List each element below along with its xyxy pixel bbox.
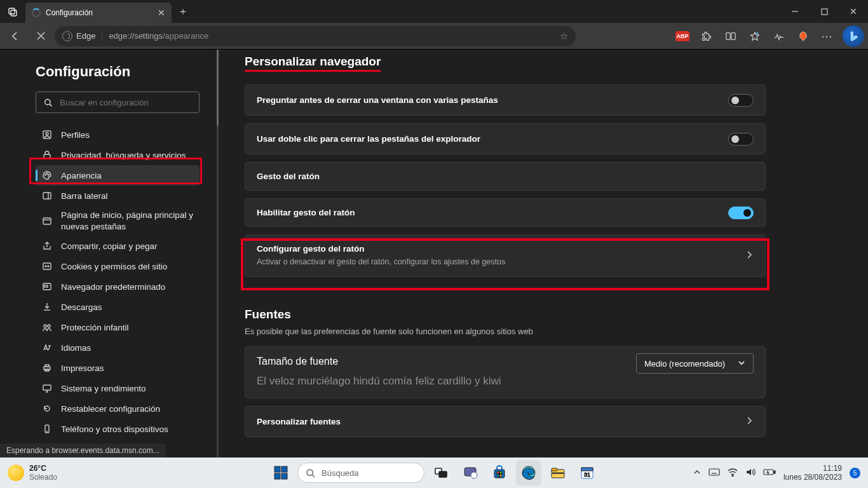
setting-label: Habilitar gesto del ratón xyxy=(257,208,754,217)
browser-tab[interactable]: Configuración ✕ xyxy=(25,3,172,23)
sidebar-item-family[interactable]: Protección infantil xyxy=(36,317,200,337)
svg-rect-18 xyxy=(43,218,51,224)
svg-rect-50 xyxy=(552,468,557,471)
bing-chat-button[interactable] xyxy=(843,25,864,47)
taskbar-edge[interactable] xyxy=(516,460,541,485)
start-button[interactable] xyxy=(268,460,294,485)
new-tab-button[interactable]: ＋ xyxy=(172,0,194,23)
taskbar-store[interactable] xyxy=(487,460,512,485)
tray-wifi-icon[interactable] xyxy=(728,468,738,478)
window-close-button[interactable]: ✕ xyxy=(839,0,868,23)
svg-rect-7 xyxy=(731,32,735,39)
favorite-star-button[interactable]: ☆ xyxy=(560,30,568,42)
svg-rect-6 xyxy=(726,32,730,39)
tray-notifications-badge[interactable]: 5 xyxy=(850,468,860,478)
nav-label: Privacidad, búsqueda y servicios xyxy=(61,151,186,160)
dropdown-value: Medio (recomendado) xyxy=(644,359,725,369)
home-icon xyxy=(42,216,52,226)
svg-point-25 xyxy=(44,325,46,327)
sidebar-item-system[interactable]: Sistema y rendimiento xyxy=(36,378,200,398)
nav-label: Protección infantil xyxy=(61,323,129,332)
status-text: Esperando a browser.events.data.msn.com.… xyxy=(6,446,159,455)
nav-label: Idiomas xyxy=(61,343,91,353)
tray-overflow-button[interactable] xyxy=(693,468,701,478)
tray-volume-icon[interactable] xyxy=(745,468,756,478)
nav-label: Sistema y rendimiento xyxy=(61,384,146,393)
svg-rect-40 xyxy=(439,471,447,477)
sidebar-item-profiles[interactable]: Perfiles xyxy=(36,125,200,145)
nav-label: Barra lateral xyxy=(61,191,108,201)
sidebar-item-startpage[interactable]: Página de inicio, página principal y nue… xyxy=(36,206,200,236)
svg-rect-47 xyxy=(500,475,503,477)
mouse-gesture-header: Gesto del ratón xyxy=(245,162,766,191)
settings-search[interactable] xyxy=(36,92,200,113)
task-view-button[interactable] xyxy=(428,460,454,485)
sidebar-item-appearance[interactable]: Apariencia xyxy=(36,165,200,186)
taskbar-calendar[interactable]: 31 xyxy=(574,460,600,485)
svg-rect-44 xyxy=(497,471,499,474)
settings-search-input[interactable] xyxy=(60,98,191,107)
svg-point-11 xyxy=(46,133,48,135)
svg-point-21 xyxy=(45,266,46,267)
brave-extension-button[interactable] xyxy=(792,26,815,46)
setting-customize-fonts[interactable]: Personalizar fuentes xyxy=(245,406,766,437)
tab-actions-button[interactable] xyxy=(0,0,25,23)
sidebar-item-reset[interactable]: Restablecer configuración xyxy=(36,398,200,419)
sidebar-item-privacy[interactable]: Privacidad, búsqueda y servicios xyxy=(36,145,200,165)
svg-text:31: 31 xyxy=(584,471,590,478)
family-icon xyxy=(42,322,52,332)
window-maximize-button[interactable] xyxy=(810,0,839,23)
performance-button[interactable] xyxy=(768,26,790,46)
taskbar-search-placeholder: Búsqueda xyxy=(322,468,359,478)
tab-close-button[interactable]: ✕ xyxy=(158,8,165,18)
weather-desc: Soleado xyxy=(29,473,57,482)
svg-point-42 xyxy=(471,472,477,478)
back-button[interactable] xyxy=(4,26,27,46)
sidebar-item-default-browser[interactable]: Navegador predeterminado xyxy=(36,276,200,297)
taskbar-search[interactable]: Búsqueda xyxy=(297,463,424,483)
svg-rect-34 xyxy=(281,466,287,472)
setting-label: Usar doble clic para cerrar las pestañas… xyxy=(257,134,754,144)
window-minimize-button[interactable] xyxy=(780,0,810,23)
sidebar-scrollbar[interactable] xyxy=(217,50,219,458)
setting-enable-mouse-gesture: Habilitar gesto del ratón xyxy=(245,198,766,227)
sidebar-item-printers[interactable]: Impresoras xyxy=(36,358,200,378)
taskbar-weather[interactable]: 26°C Soleado xyxy=(8,464,57,482)
sidebar-item-sidebar[interactable]: Barra lateral xyxy=(36,186,200,206)
stop-reload-button[interactable] xyxy=(29,26,52,46)
svg-point-13 xyxy=(45,174,46,175)
sun-icon xyxy=(8,464,24,481)
favorites-button[interactable] xyxy=(743,26,766,46)
separator xyxy=(102,31,102,41)
abp-extension-button[interactable]: ABP xyxy=(671,26,694,46)
setting-configure-mouse-gesture[interactable]: Configurar gesto del ratón Activar o des… xyxy=(245,234,766,277)
address-bar[interactable]: Edge edge://settings/appearance ☆ xyxy=(55,26,576,46)
tray-keyboard-icon[interactable] xyxy=(709,468,720,478)
svg-rect-0 xyxy=(9,8,15,14)
more-menu-button[interactable]: ⋯ xyxy=(816,26,839,46)
toggle-mouse-gesture[interactable] xyxy=(728,207,754,219)
sidebar-item-phone[interactable]: Teléfono y otros dispositivos xyxy=(36,419,200,439)
toggle-dblclick-close[interactable] xyxy=(728,133,754,146)
toggle-ask-before-close[interactable] xyxy=(728,94,754,107)
site-identity[interactable]: Edge xyxy=(62,31,95,41)
edge-icon xyxy=(62,31,72,41)
sidebar-item-downloads[interactable]: Descargas xyxy=(36,297,200,317)
sidebar-item-share[interactable]: Compartir, copiar y pegar xyxy=(36,236,200,256)
windows-taskbar: 26°C Soleado Búsqueda 31 xyxy=(0,458,868,488)
split-screen-button[interactable] xyxy=(719,26,742,46)
tray-battery-icon[interactable] xyxy=(763,468,776,478)
svg-rect-63 xyxy=(774,471,775,473)
svg-point-22 xyxy=(48,266,49,267)
svg-rect-51 xyxy=(553,473,564,473)
url-text: edge://settings/appearance xyxy=(109,31,208,41)
sidebar-item-languages[interactable]: Idiomas xyxy=(36,337,200,358)
extensions-button[interactable] xyxy=(695,26,718,46)
sidebar-item-cookies[interactable]: Cookies y permisos del sitio xyxy=(36,256,200,276)
tray-clock[interactable]: 11:19 lunes 28/08/2023 xyxy=(783,464,842,482)
taskbar-chat[interactable] xyxy=(458,460,483,485)
font-size-dropdown[interactable]: Medio (recomendado) xyxy=(636,353,754,374)
download-icon xyxy=(42,302,52,312)
taskbar-explorer[interactable] xyxy=(545,460,571,485)
font-sample-text: El veloz murciélago hindú comía feliz ca… xyxy=(257,375,754,388)
